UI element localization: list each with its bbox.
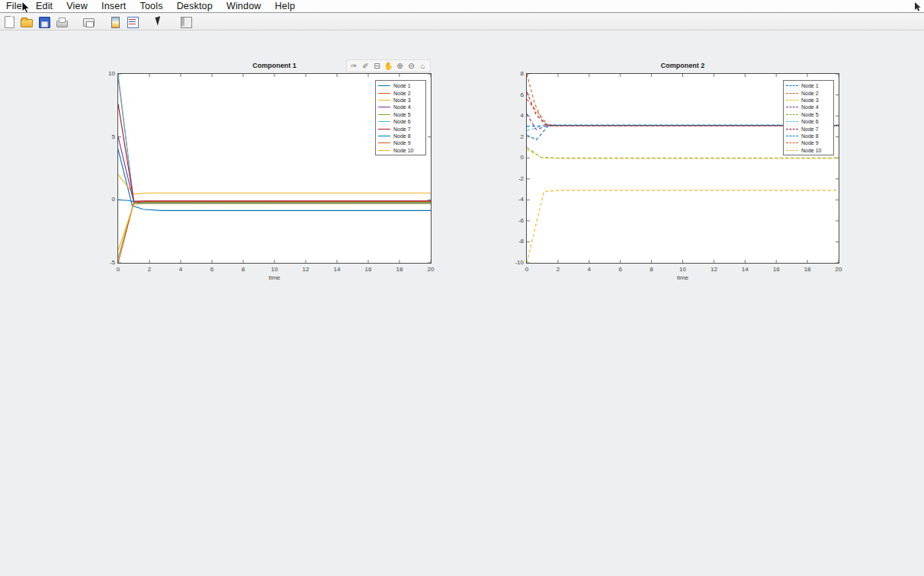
legend-entry[interactable]: Node 3 [378,97,423,104]
menu-item-desktop[interactable]: Desktop [170,1,220,11]
legend-line-sample [786,121,798,122]
legend-label: Node 8 [801,133,819,139]
menu-bar: File Edit View Insert Tools Desktop Wind… [0,0,924,13]
series-line-3[interactable] [527,190,839,263]
x-tick-label: 12 [705,266,722,273]
legend-entry[interactable]: Node 5 [786,111,831,118]
legend-entry[interactable]: Node 2 [378,89,423,96]
x-tick-label: 8 [643,266,660,273]
insert-legend-icon[interactable] [126,15,139,28]
figure-canvas: Component 1 ✑ ✐ ⊟ ✋ ⊕ ⊖ ⌂ time Node 1Nod… [0,31,924,576]
legend-entry[interactable]: Node 7 [378,125,423,132]
legend[interactable]: Node 1Node 2Node 3Node 4Node 5Node 6Node… [783,80,834,155]
menu-item-window[interactable]: Window [220,1,268,11]
x-tick-label: 2 [141,266,158,273]
x-tick-label: 6 [204,266,220,273]
legend-line-sample [786,93,798,94]
legend-entry[interactable]: Node 1 [786,82,831,89]
save-figure-icon[interactable] [37,15,50,28]
menu-item-view[interactable]: View [59,1,95,11]
legend-entry[interactable]: Node 5 [378,111,423,118]
show-plot-tools-icon[interactable] [179,15,192,28]
legend-label: Node 6 [801,119,819,124]
legend-entry[interactable]: Node 8 [786,133,831,139]
legend-entry[interactable]: Node 4 [378,104,423,110]
legend-entry[interactable]: Node 10 [378,147,423,154]
zoom-out-icon[interactable]: ⊖ [406,60,417,72]
menu-item-edit[interactable]: Edit [29,1,59,11]
open-file-icon[interactable] [20,15,33,28]
legend-entry[interactable]: Node 2 [786,89,831,96]
x-tick-label: 10 [266,266,283,273]
y-tick-label: 10 [98,70,115,77]
legend-entry[interactable]: Node 3 [786,97,831,104]
x-tick-label: 6 [612,266,629,273]
mouse-cursor [21,1,31,14]
legend-line-sample [786,100,798,101]
axes-toolbar: ✑ ✐ ⊟ ✋ ⊕ ⊖ ⌂ [346,59,431,72]
plot-title: Component 2 [527,62,839,69]
legend-entry[interactable]: Node 9 [378,139,423,146]
legend-entry[interactable]: Node 7 [786,125,831,132]
y-tick-label: -5 [98,259,115,266]
legend-line-sample [786,142,798,143]
print-figure-icon[interactable] [55,15,68,28]
y-tick-label: -10 [507,259,524,266]
legend-line-sample [378,114,390,115]
x-tick-label: 0 [518,266,535,273]
insert-colorbar-icon[interactable] [108,15,121,28]
edit-plot-icon[interactable] [152,15,165,28]
x-tick-label: 14 [329,266,345,273]
legend-entry[interactable]: Node 6 [378,118,423,125]
data-tips-icon[interactable]: ⊟ [371,60,383,72]
y-tick-label: -2 [507,175,524,182]
menu-overflow-icon[interactable] [914,1,922,14]
legend-entry[interactable]: Node 9 [786,139,831,146]
pan-icon[interactable]: ✋ [383,60,394,72]
menu-item-insert[interactable]: Insert [95,1,133,11]
legend-label: Node 1 [393,83,411,88]
x-tick-label: 16 [360,266,377,273]
legend-label: Node 7 [801,126,819,132]
brush-data-icon[interactable]: ✐ [360,60,371,72]
x-tick-label: 20 [830,266,847,273]
legend-line-sample [786,114,798,115]
x-tick-label: 2 [550,266,566,273]
new-figure-icon[interactable] [2,15,15,28]
legend-label: Node 3 [393,98,411,103]
legend[interactable]: Node 1Node 2Node 3Node 4Node 5Node 6Node… [375,80,426,155]
export-icon[interactable]: ✑ [348,60,360,72]
legend-entry[interactable]: Node 8 [378,133,423,139]
legend-entry[interactable]: Node 10 [786,147,831,154]
legend-label: Node 8 [393,133,411,139]
legend-label: Node 1 [801,83,819,88]
x-tick-label: 14 [736,266,753,273]
menu-item-help[interactable]: Help [268,1,303,11]
zoom-in-icon[interactable]: ⊕ [394,60,406,72]
x-tick-label: 18 [391,266,408,273]
x-tick-label: 20 [422,266,439,273]
legend-label: Node 10 [801,148,821,153]
figure-toolbar [0,14,924,30]
legend-line-sample [786,150,798,151]
restore-view-icon[interactable]: ⌂ [417,60,428,72]
x-tick-label: 4 [581,266,598,273]
y-tick-label: 6 [507,91,524,98]
y-tick-label: 0 [507,154,524,161]
component-2-plot[interactable]: Component 2 time Node 1Node 2Node 3Node … [526,73,839,264]
legend-label: Node 5 [801,112,819,117]
series-line-3[interactable] [118,174,431,194]
x-tick-label: 18 [799,266,816,273]
legend-entry[interactable]: Node 4 [786,104,831,110]
legend-entry[interactable]: Node 1 [378,82,423,89]
y-tick-label: -4 [507,196,524,203]
legend-entry[interactable]: Node 6 [786,118,831,125]
component-1-plot[interactable]: Component 1 ✑ ✐ ⊟ ✋ ⊕ ⊖ ⌂ time Node 1Nod… [117,73,432,264]
x-tick-label: 4 [172,266,189,273]
legend-label: Node 4 [393,104,411,110]
print-preview-icon[interactable] [82,15,95,28]
y-tick-label: 8 [507,70,524,77]
menu-item-tools[interactable]: Tools [133,1,169,11]
legend-line-sample [786,107,798,107]
legend-label: Node 10 [393,148,413,153]
